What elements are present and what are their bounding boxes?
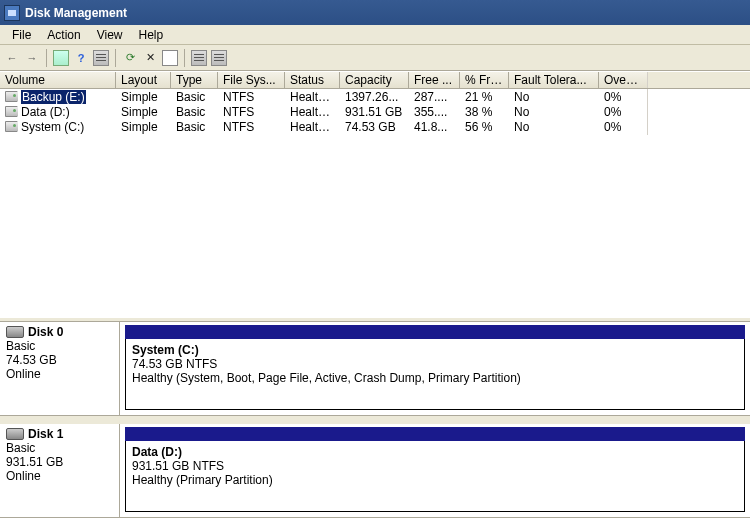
disk-partitions: Data (D:) 931.51 GB NTFS Healthy (Primar… [120, 424, 750, 517]
toolbar-sep [184, 49, 185, 67]
disk-name: Disk 0 [28, 325, 63, 339]
volume-status: Health... [285, 119, 340, 135]
col-capacity[interactable]: Capacity [340, 72, 409, 88]
disk-size: 74.53 GB [6, 353, 113, 367]
volume-layout: Simple [116, 89, 171, 105]
volume-status: Health... [285, 89, 340, 105]
volume-type: Basic [171, 119, 218, 135]
volume-list[interactable]: Backup (E:) Simple Basic NTFS Health... … [0, 89, 750, 317]
col-status[interactable]: Status [285, 72, 340, 88]
hdd-icon [6, 428, 24, 440]
col-type[interactable]: Type [171, 72, 218, 88]
help-button[interactable] [73, 50, 89, 66]
volume-fault: No [509, 89, 599, 105]
hdd-icon [6, 326, 24, 338]
toolbar-sep [46, 49, 47, 67]
volume-row[interactable]: Data (D:) Simple Basic NTFS Health... 93… [0, 104, 750, 119]
back-button[interactable] [4, 50, 20, 66]
volume-fault: No [509, 104, 599, 120]
properties-button[interactable] [162, 50, 178, 66]
disk-map-panel: Disk 0 Basic 74.53 GB Online System (C:)… [0, 322, 750, 518]
col-free[interactable]: Free ... [409, 72, 460, 88]
volume-name: Data (D:) [21, 105, 70, 119]
volume-pctfree: 56 % [460, 119, 509, 135]
volume-free: 355.... [409, 104, 460, 120]
view-bottom-button[interactable] [211, 50, 227, 66]
volume-name: Backup (E:) [21, 90, 86, 104]
volume-type: Basic [171, 89, 218, 105]
toolbar-sep [115, 49, 116, 67]
disk-partitions: System (C:) 74.53 GB NTFS Healthy (Syste… [120, 322, 750, 415]
disk-info: Disk 0 Basic 74.53 GB Online [0, 322, 120, 415]
partition-box[interactable]: Data (D:) 931.51 GB NTFS Healthy (Primar… [125, 441, 745, 512]
volume-list-header: Volume Layout Type File Sys... Status Ca… [0, 71, 750, 89]
volume-overhead: 0% [599, 104, 648, 120]
volume-filesys: NTFS [218, 119, 285, 135]
partition-status: Healthy (System, Boot, Page File, Active… [132, 371, 738, 385]
disk-block[interactable]: Disk 0 Basic 74.53 GB Online System (C:)… [0, 322, 750, 416]
volume-layout: Simple [116, 104, 171, 120]
volume-free: 287.... [409, 89, 460, 105]
col-volume[interactable]: Volume [0, 72, 116, 88]
volume-free: 41.8... [409, 119, 460, 135]
forward-button[interactable] [24, 50, 40, 66]
col-overhead[interactable]: Overh... [599, 72, 648, 88]
title-bar: Disk Management [0, 0, 750, 25]
refresh-button[interactable] [122, 50, 138, 66]
window-title: Disk Management [25, 6, 127, 20]
partition-status: Healthy (Primary Partition) [132, 473, 738, 487]
volume-capacity: 74.53 GB [340, 119, 409, 135]
disk-gap [0, 416, 750, 424]
col-layout[interactable]: Layout [116, 72, 171, 88]
menu-help[interactable]: Help [131, 28, 172, 42]
volume-type: Basic [171, 104, 218, 120]
volume-layout: Simple [116, 119, 171, 135]
partition-name: System (C:) [132, 343, 738, 357]
volume-pctfree: 21 % [460, 89, 509, 105]
disk-info: Disk 1 Basic 931.51 GB Online [0, 424, 120, 517]
delete-button[interactable] [142, 50, 158, 66]
menu-action[interactable]: Action [39, 28, 88, 42]
drive-icon [5, 106, 18, 117]
settings-button[interactable] [93, 50, 109, 66]
menu-bar: File Action View Help [0, 25, 750, 45]
partition-name: Data (D:) [132, 445, 738, 459]
volume-row[interactable]: Backup (E:) Simple Basic NTFS Health... … [0, 89, 750, 104]
volume-name: System (C:) [21, 120, 84, 134]
disk-type: Basic [6, 441, 113, 455]
partition-size: 74.53 GB NTFS [132, 357, 738, 371]
disk-type: Basic [6, 339, 113, 353]
app-icon [4, 5, 20, 21]
volume-capacity: 931.51 GB [340, 104, 409, 120]
volume-row[interactable]: System (C:) Simple Basic NTFS Health... … [0, 119, 750, 134]
disk-name: Disk 1 [28, 427, 63, 441]
volume-capacity: 1397.26... [340, 89, 409, 105]
view-top-button[interactable] [191, 50, 207, 66]
volume-filesys: NTFS [218, 104, 285, 120]
volume-status: Health... [285, 104, 340, 120]
volume-overhead: 0% [599, 89, 648, 105]
show-tree-button[interactable] [53, 50, 69, 66]
disk-status: Online [6, 469, 113, 483]
toolbar [0, 45, 750, 71]
volume-filesys: NTFS [218, 89, 285, 105]
drive-icon [5, 91, 18, 102]
volume-fault: No [509, 119, 599, 135]
volume-overhead: 0% [599, 119, 648, 135]
partition-stripe [125, 427, 745, 441]
volume-pctfree: 38 % [460, 104, 509, 120]
disk-status: Online [6, 367, 113, 381]
partition-box[interactable]: System (C:) 74.53 GB NTFS Healthy (Syste… [125, 339, 745, 410]
disk-size: 931.51 GB [6, 455, 113, 469]
partition-stripe [125, 325, 745, 339]
col-pctfree[interactable]: % Free [460, 72, 509, 88]
menu-view[interactable]: View [89, 28, 131, 42]
partition-size: 931.51 GB NTFS [132, 459, 738, 473]
col-fault[interactable]: Fault Tolera... [509, 72, 599, 88]
menu-file[interactable]: File [4, 28, 39, 42]
disk-block[interactable]: Disk 1 Basic 931.51 GB Online Data (D:) … [0, 424, 750, 518]
drive-icon [5, 121, 18, 132]
col-filesys[interactable]: File Sys... [218, 72, 285, 88]
